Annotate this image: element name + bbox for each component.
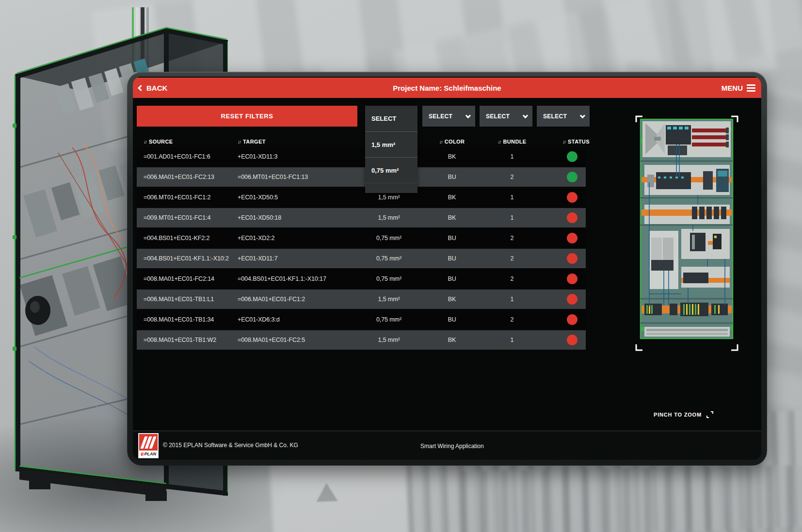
preview-section-1 — [642, 165, 732, 195]
cell-target: =006.MA01+EC01-FC1:2 — [238, 290, 305, 309]
preview-busbars — [692, 129, 729, 146]
eplan-logo-wordmark: ePLAN — [139, 451, 158, 457]
copyright-text: © 2015 EPLAN Software & Service GmbH & C… — [163, 442, 298, 449]
cell-target: +EC01-XD11:7 — [238, 249, 277, 268]
status-dot-red — [567, 192, 577, 203]
cell-color: BU — [423, 249, 481, 268]
preview-top-section — [642, 121, 731, 157]
cell-bundle: 1 — [483, 147, 541, 166]
cell-target: +EC01-XD50:5 — [238, 188, 278, 207]
eplan-logo-plan: PLAN — [144, 452, 157, 456]
menu-button[interactable]: MENU — [722, 84, 761, 92]
column-label: COLOR — [445, 139, 465, 145]
gauge-filter-dropdown-open[interactable]: SELECT 1,5 mm²0,75 mm²0,5 mm² — [365, 106, 417, 193]
background-terminal-blocks — [460, 465, 802, 532]
pinch-zoom-icon — [706, 411, 714, 419]
cell-bundle: 2 — [483, 167, 541, 187]
preview-section-2 — [642, 205, 732, 224]
reset-filters-button[interactable]: RESET FILTERS — [137, 106, 357, 127]
table-row[interactable]: =001.AD01+EC01-FC1:6+EC01-XD11:3BK1 — [137, 147, 586, 166]
cell-source: =004.BS01+EC01-KF1.1:-X10:2 — [144, 249, 229, 268]
preview-section-3 — [649, 229, 730, 289]
warning-triangle-hint — [316, 483, 337, 502]
cell-gauge: 0,75 mm² — [360, 249, 418, 268]
filter-select-1[interactable]: SELECT — [422, 106, 475, 127]
cell-bundle: 1 — [483, 208, 541, 227]
column-header-color[interactable]: ↓↑COLOR — [423, 137, 481, 146]
preview-bottom-duct — [642, 303, 732, 316]
table-row[interactable]: =009.MT01+EC01-FC1:4+EC01-XD50:181,5 mm²… — [137, 208, 586, 227]
cell-source: =006.MA01+EC01-FC2:13 — [144, 167, 214, 187]
chevron-down-icon — [580, 113, 585, 118]
cell-color: BK — [423, 147, 481, 166]
table-row[interactable]: =006.MA01+EC01-TB1:L1=006.MA01+EC01-FC1:… — [137, 290, 586, 309]
column-label: STATUS — [568, 139, 590, 145]
app-screen: BACK Project Name: Schleifmaschine MENU … — [133, 77, 761, 460]
cell-source: =009.MT01+EC01-FC1:4 — [144, 208, 210, 227]
cell-target: +EC01-XD6:3:d — [238, 310, 280, 329]
status-dot-red — [567, 314, 577, 325]
pinch-hint-label: PINCH TO ZOOM — [654, 412, 702, 418]
table-row[interactable]: =006.MA01+EC01-FC2:13=006.MT01+EC01-FC1:… — [137, 167, 586, 187]
cell-gauge: 0,75 mm² — [360, 269, 418, 289]
table-row[interactable]: =008.MA01+EC01-TB1:34+EC01-XD6:3:d0,75 m… — [137, 310, 586, 329]
cell-bundle: 2 — [483, 269, 541, 289]
hamburger-icon — [747, 84, 755, 92]
background-shape — [270, 457, 409, 532]
eplan-logo-stripes-icon — [139, 434, 158, 451]
cell-color: BU — [423, 167, 481, 187]
cell-color: BU — [423, 269, 481, 289]
cabinet-panel-preview[interactable] — [635, 114, 739, 352]
eplan-logo-e: e — [141, 451, 144, 457]
cell-gauge: 1,5 mm² — [360, 208, 418, 227]
cell-gauge: 1,5 mm² — [360, 330, 418, 350]
application-name: Smart Wiring Application — [420, 443, 484, 450]
cell-bundle: 2 — [483, 310, 541, 329]
select-label: SELECT — [543, 113, 567, 120]
cell-gauge: 0,75 mm² — [360, 310, 418, 329]
cell-target: =004.BS01+EC01-KF1.1:-X10:17 — [238, 269, 326, 289]
screenshot-root: BACK Project Name: Schleifmaschine MENU … — [0, 0, 802, 532]
menu-label: MENU — [722, 84, 743, 92]
status-dot-red — [567, 335, 577, 345]
sort-icon: ↓↑ — [439, 139, 442, 145]
column-header-source[interactable]: ↓↑SOURCE — [144, 137, 173, 146]
cell-bundle: 2 — [483, 228, 541, 248]
column-header-bundle[interactable]: ↓↑BUNDLE — [483, 137, 541, 146]
sort-icon: ↓↑ — [144, 139, 146, 145]
cell-target: =006.MT01+EC01-FC1:13 — [238, 167, 308, 187]
table-row[interactable]: =006.MT01+EC01-FC1:2+EC01-XD50:51,5 mm²B… — [137, 188, 586, 207]
table-row[interactable]: =004.BS01+EC01-KF2:2+EC01-XD2:20,75 mm²B… — [137, 228, 586, 248]
cell-source: =001.AD01+EC01-FC1:6 — [144, 147, 210, 166]
table-row[interactable]: =008.MA01+EC01-TB1:W2=008.MA01+EC01-FC2:… — [137, 330, 586, 350]
dropdown-option[interactable]: 0,75 mm² — [365, 157, 417, 183]
cell-target: +EC01-XD50:18 — [238, 208, 281, 227]
cell-target: +EC01-XD11:3 — [238, 147, 277, 166]
dropdown-option-partial[interactable]: 0,5 mm² — [365, 183, 417, 193]
cell-target: +EC01-XD2:2 — [238, 228, 274, 248]
table-row[interactable]: =004.BS01+EC01-KF1.1:-X10:2+EC01-XD11:70… — [137, 249, 586, 268]
filter-select-3[interactable]: SELECT — [537, 106, 590, 127]
wire-table: =001.AD01+EC01-FC1:6+EC01-XD11:3BK1=006.… — [137, 147, 586, 351]
cell-source: =008.MA01+EC01-FC2:14 — [144, 269, 214, 289]
column-header-target[interactable]: ↓↑TARGET — [238, 137, 266, 146]
cell-color: BU — [423, 310, 481, 329]
cell-gauge: 0,75 mm² — [360, 228, 418, 248]
select-label: SELECT — [429, 113, 452, 120]
filter-select-2[interactable]: SELECT — [480, 106, 532, 127]
cell-color: BK — [423, 290, 481, 309]
cell-bundle: 1 — [483, 330, 541, 350]
dropdown-selected-label[interactable]: SELECT — [365, 106, 417, 131]
column-header-status[interactable]: ↓↑STATUS — [547, 137, 605, 146]
table-row[interactable]: =008.MA01+EC01-FC2:14=004.BS01+EC01-KF1.… — [137, 269, 586, 289]
sort-icon: ↓↑ — [497, 139, 500, 145]
column-label: SOURCE — [149, 139, 173, 145]
table-header: ↓↑SOURCE↓↑TARGET↓↑COLOR↓↑BUNDLE↓↑STATUS — [137, 137, 586, 146]
dropdown-option-list: 1,5 mm²0,75 mm²0,5 mm² — [365, 131, 417, 193]
cell-bundle: 1 — [483, 290, 541, 309]
cell-bundle: 1 — [483, 188, 541, 207]
preview-bottom-strip — [644, 327, 730, 337]
chevron-down-icon — [523, 113, 528, 118]
dropdown-option[interactable]: 1,5 mm² — [365, 131, 417, 157]
status-dot-red — [567, 233, 577, 243]
